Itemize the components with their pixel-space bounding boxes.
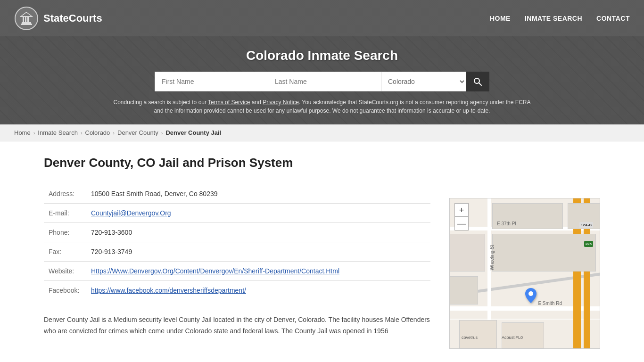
svg-line-9 — [479, 83, 482, 86]
fax-value: 720-913-3749 — [86, 242, 430, 262]
breadcrumb-current: Denver County Jail — [165, 129, 221, 136]
website-value: Https://Www.Denvergov.Org/Content/Denver… — [86, 262, 430, 281]
map-block-7 — [450, 234, 485, 272]
map-label-wheeling: Wheeling St — [489, 245, 495, 271]
privacy-link[interactable]: Privacy Notice — [263, 99, 299, 106]
nav-contact[interactable]: CONTACT — [596, 15, 630, 22]
map-zoom-out[interactable]: — — [455, 217, 468, 230]
address-label: Address: — [44, 184, 86, 204]
search-button[interactable] — [466, 72, 489, 91]
svg-rect-4 — [25, 16, 26, 22]
breadcrumb-inmate-search[interactable]: Inmate Search — [38, 129, 78, 136]
map-badge-12ab: 12A-B — [579, 222, 593, 228]
search-bar: Select State Alabama Alaska Arizona Colo… — [9, 72, 635, 91]
map-area: E 37th Pl Wheeling St E Smith Rd 225 12A… — [449, 198, 600, 349]
table-row-phone: Phone: 720-913-3600 — [44, 223, 430, 242]
content-left: Denver County, CO Jail and Prison System… — [44, 156, 430, 349]
map-container[interactable]: E 37th Pl Wheeling St E Smith Rd 225 12A… — [449, 198, 600, 349]
facebook-value: https://www.facebook.com/denversheriffsd… — [86, 281, 430, 300]
map-block-4 — [450, 276, 478, 304]
facebook-label: Facebook: — [44, 281, 86, 300]
logo-area: StateCourts — [14, 6, 102, 31]
email-value: Countyjail@Denvergov.Org — [86, 204, 430, 223]
phone-label: Phone: — [44, 223, 86, 242]
nav-inmate-search[interactable]: INMATE SEARCH — [525, 15, 582, 22]
address-value: 10500 East Smith Road, Denver, Co 80239 — [86, 184, 430, 204]
facility-info-table: Address: 10500 East Smith Road, Denver, … — [44, 184, 430, 300]
first-name-input[interactable] — [155, 72, 268, 91]
site-name: StateCourts — [43, 12, 102, 25]
breadcrumb-sep-4: › — [161, 130, 163, 136]
svg-rect-5 — [27, 16, 29, 22]
map-label-esmith: E Smith Rd — [538, 301, 562, 306]
page-title: Denver County, CO Jail and Prison System — [44, 156, 430, 170]
phone-value: 720-913-3600 — [86, 223, 430, 242]
nav-home[interactable]: HOME — [490, 15, 511, 22]
map-business-covetrus: covetrus — [462, 335, 478, 340]
svg-point-10 — [528, 291, 533, 296]
table-row-email: E-mail: Countyjail@Denvergov.Org — [44, 204, 430, 223]
state-select[interactable]: Select State Alabama Alaska Arizona Colo… — [381, 72, 466, 91]
email-label: E-mail: — [44, 204, 86, 223]
table-row-fax: Fax: 720-913-3749 — [44, 242, 430, 262]
breadcrumb-denver-county[interactable]: Denver County — [117, 129, 158, 136]
breadcrumb-sep-2: › — [81, 130, 83, 136]
svg-rect-2 — [21, 24, 32, 25]
last-name-input[interactable] — [268, 72, 381, 91]
hero-title: Colorado Inmate Search — [9, 48, 635, 63]
website-label: Website: — [44, 262, 86, 281]
table-row-address: Address: 10500 East Smith Road, Denver, … — [44, 184, 430, 204]
search-icon — [473, 77, 482, 86]
map-badge-225: 225 — [584, 241, 593, 247]
map-block-5 — [459, 320, 497, 348]
site-header: StateCourts HOME INMATE SEARCH CONTACT — [0, 0, 644, 36]
facebook-link[interactable]: https://www.facebook.com/denversheriffsd… — [91, 287, 246, 294]
main-nav: HOME INMATE SEARCH CONTACT — [490, 15, 630, 22]
map-block-3 — [492, 234, 596, 272]
table-row-website: Website: Https://Www.Denvergov.Org/Conte… — [44, 262, 430, 281]
breadcrumb: Home › Inmate Search › Colorado › Denver… — [0, 124, 644, 141]
hero-disclaimer: Conducting a search is subject to our Te… — [110, 98, 534, 115]
map-zoom-controls: + — — [454, 203, 469, 230]
fax-label: Fax: — [44, 242, 86, 262]
map-zoom-in[interactable]: + — [455, 204, 468, 217]
breadcrumb-sep-1: › — [33, 130, 35, 136]
breadcrumb-home[interactable]: Home — [14, 129, 31, 136]
table-row-facebook: Facebook: https://www.facebook.com/denve… — [44, 281, 430, 300]
svg-rect-3 — [23, 16, 24, 22]
breadcrumb-colorado[interactable]: Colorado — [85, 129, 110, 136]
main-content: Denver County, CO Jail and Prison System… — [25, 141, 619, 362]
logo-icon — [14, 6, 39, 31]
breadcrumb-sep-3: › — [113, 130, 115, 136]
map-marker — [525, 288, 537, 306]
email-link[interactable]: Countyjail@Denvergov.Org — [91, 209, 171, 217]
terms-link[interactable]: Terms of Service — [208, 99, 250, 106]
map-business-acousti: AcoustiFL0 — [502, 335, 523, 340]
svg-rect-1 — [22, 22, 31, 24]
hero-section: Colorado Inmate Search Select State Alab… — [0, 36, 644, 124]
facility-description: Denver County Jail is a Medium security … — [44, 314, 430, 337]
website-link[interactable]: Https://Www.Denvergov.Org/Content/Denver… — [91, 267, 339, 275]
map-label-e37th: E 37th Pl — [497, 221, 516, 226]
